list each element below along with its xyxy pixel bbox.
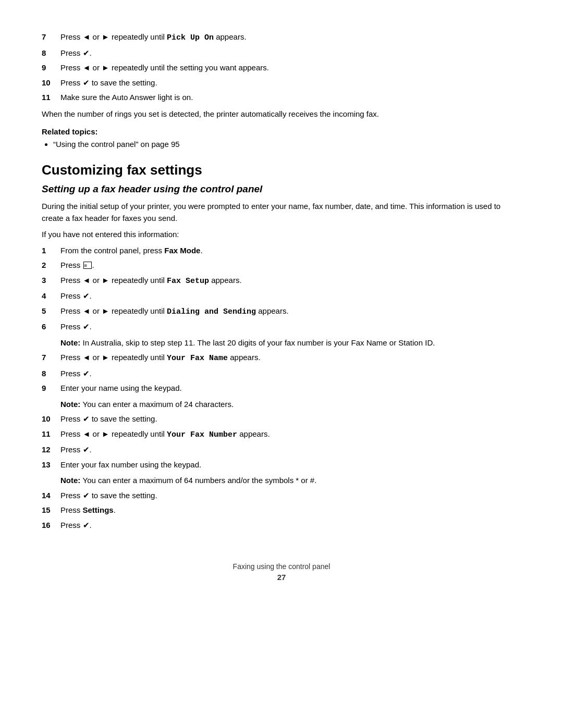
- step-7-top: 7 Press ◄ or ► repeatedly until Pick Up …: [42, 31, 521, 44]
- page-footer: Faxing using the control panel 27: [42, 562, 521, 582]
- footer-text: Faxing using the control panel: [42, 562, 521, 571]
- related-topic-item: “Using the control panel” on page 95: [53, 138, 521, 151]
- step-body-15: Press Settings.: [60, 504, 521, 516]
- subsection-para1: During the initial setup of your printer…: [42, 200, 521, 225]
- step-10b: 10 Press ✔ to save the setting.: [42, 413, 521, 425]
- note-3: Note: You can enter a maximum of 64 numb…: [60, 475, 521, 487]
- menu-icon: [83, 262, 92, 269]
- related-topics-list: “Using the control panel” on page 95: [53, 138, 521, 151]
- step-3: 3 Press ◄ or ► repeatedly until Fax Setu…: [42, 275, 521, 288]
- step-num-10: 10: [42, 77, 60, 89]
- step-num-15: 15: [42, 504, 60, 516]
- step-body-9b: Enter your name using the keypad.: [60, 382, 521, 394]
- step-body-3: Press ◄ or ► repeatedly until Fax Setup …: [60, 275, 521, 288]
- step-num-2: 2: [42, 260, 60, 272]
- step-16: 16 Press ✔.: [42, 520, 521, 532]
- subsection-para2: If you have not entered this information…: [42, 228, 521, 240]
- steps-14-16: 14 Press ✔ to save the setting. 15 Press…: [42, 490, 521, 532]
- step-num-8b: 8: [42, 368, 60, 380]
- step-num-8: 8: [42, 47, 60, 59]
- step-body-6: Press ✔.: [60, 321, 521, 333]
- step-body-8b: Press ✔.: [60, 368, 521, 380]
- related-topics-title: Related topics:: [42, 127, 521, 136]
- step-num-7b: 7: [42, 352, 60, 365]
- step-1: 1 From the control panel, press Fax Mode…: [42, 245, 521, 257]
- step-num-14: 14: [42, 490, 60, 502]
- steps-10-13: 10 Press ✔ to save the setting. 11 Press…: [42, 413, 521, 471]
- step-num-7: 7: [42, 31, 60, 44]
- steps-1-6: 1 From the control panel, press Fax Mode…: [42, 245, 521, 333]
- step-5: 5 Press ◄ or ► repeatedly until Dialing …: [42, 305, 521, 318]
- step-body-7b: Press ◄ or ► repeatedly until Your Fax N…: [60, 352, 521, 365]
- step-num-12b: 12: [42, 444, 60, 456]
- step-15: 15 Press Settings.: [42, 504, 521, 516]
- step-num-5: 5: [42, 305, 60, 318]
- step-body-10: Press ✔ to save the setting.: [60, 77, 521, 89]
- step-body-9: Press ◄ or ► repeatedly until the settin…: [60, 62, 521, 74]
- step-2: 2 Press .: [42, 260, 521, 272]
- step-11b: 11 Press ◄ or ► repeatedly until Your Fa…: [42, 428, 521, 441]
- note-1: Note: In Australia, skip to step step 11…: [60, 337, 521, 349]
- related-topics: Related topics: “Using the control panel…: [42, 127, 521, 151]
- step-num-1: 1: [42, 245, 60, 257]
- step-num-4: 4: [42, 290, 60, 302]
- step-body-13b: Enter your fax number using the keypad.: [60, 459, 521, 471]
- step-7: 7 Press ◄ or ► repeatedly until Your Fax…: [42, 352, 521, 365]
- step-body-8: Press ✔.: [60, 47, 521, 59]
- step-10-top: 10 Press ✔ to save the setting.: [42, 77, 521, 89]
- step-num-3: 3: [42, 275, 60, 288]
- step-body-14: Press ✔ to save the setting.: [60, 490, 521, 502]
- step-num-10b: 10: [42, 413, 60, 425]
- step-body-7: Press ◄ or ► repeatedly until Pick Up On…: [60, 31, 521, 44]
- page-number: 27: [42, 573, 521, 582]
- step-num-16: 16: [42, 520, 60, 532]
- step-body-2: Press .: [60, 260, 521, 272]
- step-body-5: Press ◄ or ► repeatedly until Dialing an…: [60, 305, 521, 318]
- step-body-12b: Press ✔.: [60, 444, 521, 456]
- step-num-11: 11: [42, 92, 60, 104]
- steps-7-9: 7 Press ◄ or ► repeatedly until Your Fax…: [42, 352, 521, 394]
- step-num-9b: 9: [42, 382, 60, 394]
- step-12b: 12 Press ✔.: [42, 444, 521, 456]
- top-steps: 7 Press ◄ or ► repeatedly until Pick Up …: [42, 31, 521, 104]
- auto-answer-para: When the number of rings you set is dete…: [42, 108, 521, 120]
- step-body-10b: Press ✔ to save the setting.: [60, 413, 521, 425]
- step-num-9: 9: [42, 62, 60, 74]
- step-body-1: From the control panel, press Fax Mode.: [60, 245, 521, 257]
- note-2: Note: You can enter a maximum of 24 char…: [60, 399, 521, 411]
- step-body-11: Make sure the Auto Answer light is on.: [60, 92, 521, 104]
- step-8b: 8 Press ✔.: [42, 368, 521, 380]
- page-content: 7 Press ◄ or ► repeatedly until Pick Up …: [42, 31, 521, 582]
- step-num-6: 6: [42, 321, 60, 333]
- step-body-4: Press ✔.: [60, 290, 521, 302]
- step-6: 6 Press ✔.: [42, 321, 521, 333]
- step-9-top: 9 Press ◄ or ► repeatedly until the sett…: [42, 62, 521, 74]
- step-13b: 13 Enter your fax number using the keypa…: [42, 459, 521, 471]
- step-body-11b: Press ◄ or ► repeatedly until Your Fax N…: [60, 428, 521, 441]
- step-body-16: Press ✔.: [60, 520, 521, 532]
- subsection-heading: Setting up a fax header using the contro…: [42, 183, 521, 195]
- step-4: 4 Press ✔.: [42, 290, 521, 302]
- step-11-top: 11 Make sure the Auto Answer light is on…: [42, 92, 521, 104]
- step-14: 14 Press ✔ to save the setting.: [42, 490, 521, 502]
- step-num-11b: 11: [42, 428, 60, 441]
- step-9b: 9 Enter your name using the keypad.: [42, 382, 521, 394]
- step-num-13b: 13: [42, 459, 60, 471]
- section-heading: Customizing fax settings: [42, 162, 521, 178]
- step-8-top: 8 Press ✔.: [42, 47, 521, 59]
